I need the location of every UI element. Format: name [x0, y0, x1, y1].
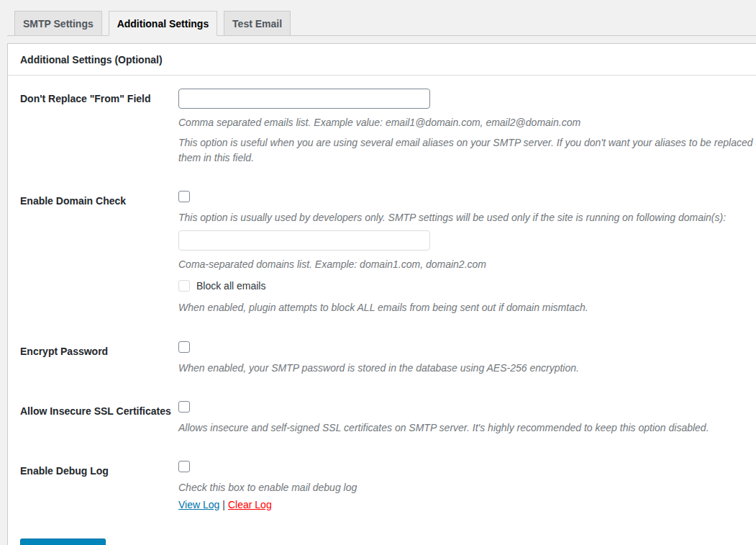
block-all-emails-description: When enabled, plugin attempts to block A… [178, 300, 756, 315]
log-links: View Log|Clear Log [178, 499, 756, 510]
tab-test-email[interactable]: Test Email [224, 11, 291, 35]
enable-domain-check-checkbox[interactable] [178, 191, 190, 202]
tab-smtp-settings[interactable]: SMTP Settings [14, 11, 102, 35]
encrypt-password-description: When enabled, your SMTP password is stor… [178, 361, 756, 375]
clear-log-link[interactable]: Clear Log [228, 499, 272, 510]
enable-domain-check-description: This option is usually used by developer… [178, 210, 756, 225]
enable-debug-log-label: Enable Debug Log [20, 461, 178, 510]
tab-additional-settings[interactable]: Additional Settings [109, 11, 218, 36]
enable-domain-check-label: Enable Domain Check [20, 191, 178, 315]
panel-title: Additional Settings (Optional) [8, 44, 756, 76]
allow-insecure-ssl-checkbox[interactable] [178, 401, 190, 413]
settings-page: SMTP Settings Additional Settings Test E… [7, 11, 756, 545]
block-all-emails-label: Block all emails [196, 280, 265, 292]
dont-replace-from-label: Don't Replace "From" Field [20, 89, 178, 165]
dont-replace-from-description: This option is useful when you are using… [178, 135, 756, 165]
row-encrypt-password: Encrypt Password When enabled, your SMTP… [20, 341, 756, 375]
log-links-separator: | [222, 499, 225, 510]
block-all-emails-option: Block all emails [178, 280, 756, 292]
allowed-domains-input [178, 230, 430, 251]
save-changes-button[interactable]: Save Changes [20, 539, 106, 545]
additional-settings-panel: Additional Settings (Optional) Don't Rep… [7, 43, 756, 545]
allowed-domains-hint: Coma-separated domains list. Example: do… [178, 257, 756, 271]
row-enable-domain-check: Enable Domain Check This option is usual… [20, 191, 756, 315]
tab-bar: SMTP Settings Additional Settings Test E… [7, 11, 756, 36]
allow-insecure-ssl-description: Allows insecure and self-signed SSL cert… [178, 420, 756, 435]
encrypt-password-checkbox[interactable] [178, 341, 190, 353]
view-log-link[interactable]: View Log [178, 499, 219, 510]
settings-form: Don't Replace "From" Field Comma separat… [8, 76, 756, 545]
allow-insecure-ssl-label: Allow Insecure SSL Certificates [20, 401, 178, 435]
enable-debug-log-checkbox[interactable] [178, 461, 190, 472]
row-allow-insecure-ssl: Allow Insecure SSL Certificates Allows i… [20, 401, 756, 435]
row-dont-replace-from: Don't Replace "From" Field Comma separat… [20, 89, 756, 165]
enable-debug-log-description: Check this box to enable mail debug log [178, 480, 756, 495]
encrypt-password-label: Encrypt Password [20, 341, 178, 375]
dont-replace-from-input[interactable] [178, 89, 430, 109]
dont-replace-from-hint: Comma separated emails list. Example val… [178, 115, 756, 130]
block-all-emails-checkbox [178, 280, 190, 292]
row-enable-debug-log: Enable Debug Log Check this box to enabl… [20, 461, 756, 510]
